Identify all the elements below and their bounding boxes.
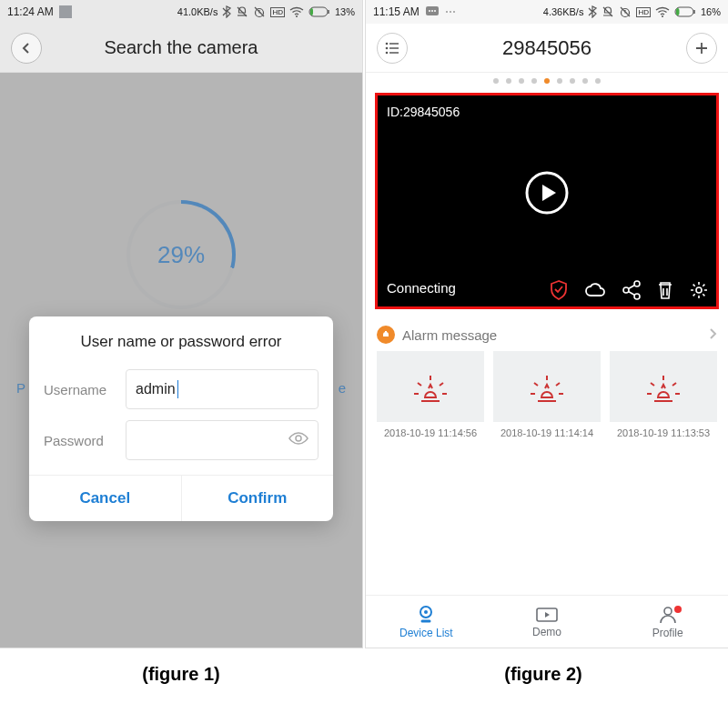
- app-indicator-icon: [59, 5, 72, 18]
- bluetooth-icon: [588, 5, 597, 18]
- chevron-left-icon: [21, 42, 32, 55]
- thumb-time: 2018-10-19 11:13:53: [610, 422, 717, 438]
- page-dots[interactable]: [366, 73, 728, 89]
- svg-point-15: [386, 51, 389, 54]
- svg-point-10: [662, 15, 663, 17]
- alarm-thumb[interactable]: 2018-10-19 11:14:14: [493, 351, 601, 438]
- siren-icon: [409, 367, 452, 407]
- battery-icon: [674, 6, 696, 17]
- play-button[interactable]: [524, 170, 570, 216]
- add-button[interactable]: [686, 33, 717, 64]
- figure1-body: 29% P e User name or password error User…: [0, 73, 362, 648]
- net-speed: 41.0KB/s: [177, 6, 218, 17]
- camera-icon: [416, 605, 436, 625]
- clock: 11:15 AM: [373, 5, 420, 18]
- cloud-icon[interactable]: [583, 281, 607, 299]
- alarm-header-label: Alarm message: [402, 327, 497, 343]
- chevron-right-icon: [708, 327, 717, 343]
- username-input[interactable]: admin: [126, 369, 318, 409]
- svg-point-14: [386, 46, 389, 49]
- battery-pct: 16%: [701, 6, 721, 17]
- menu-button[interactable]: [377, 33, 408, 64]
- progress-pct: 29%: [157, 241, 205, 269]
- hint-left: P: [16, 380, 25, 396]
- tab-label: Profile: [652, 627, 683, 639]
- svg-rect-12: [676, 8, 680, 15]
- page-title: Search the camera: [105, 37, 258, 58]
- hd-icon: HD: [636, 7, 651, 17]
- trash-icon[interactable]: [656, 280, 674, 300]
- username-value: admin: [136, 381, 176, 397]
- siren-icon: [642, 367, 685, 407]
- svg-point-19: [634, 294, 640, 299]
- siren-icon: [525, 367, 569, 407]
- figure1-caption: (figure 1): [0, 648, 362, 701]
- tabbar: Device List Demo Profile: [366, 595, 728, 648]
- password-input[interactable]: [126, 420, 318, 460]
- hd-icon: HD: [270, 7, 285, 17]
- tab-demo[interactable]: Demo: [487, 596, 608, 648]
- svg-point-4: [296, 436, 301, 441]
- bluetooth-icon: [222, 5, 231, 18]
- alarm-bell-icon: [377, 326, 395, 344]
- figure1-phone: 11:24 AM 41.0KB/s HD 13% Search the came…: [0, 0, 362, 648]
- alarm-thumb[interactable]: 2018-10-19 11:14:56: [377, 351, 484, 438]
- wifi-icon: [655, 6, 670, 17]
- alarm-off-icon: [619, 5, 632, 18]
- svg-point-13: [386, 42, 389, 45]
- net-speed: 4.36KB/s: [543, 6, 584, 17]
- safe-icon[interactable]: [549, 279, 569, 301]
- wifi-icon: [289, 6, 304, 17]
- username-label: Username: [44, 382, 116, 397]
- svg-point-6: [429, 10, 430, 12]
- titlebar: Search the camera: [0, 24, 362, 73]
- alarm-thumbs: 2018-10-19 11:14:56 2018-10-19 11:14:14 …: [366, 351, 728, 438]
- alarm-header[interactable]: Alarm message: [366, 318, 728, 351]
- device-id-title: 29845056: [502, 36, 592, 60]
- thumb-time: 2018-10-19 11:14:56: [377, 422, 484, 438]
- svg-point-8: [434, 10, 436, 12]
- statusbar: 11:24 AM 41.0KB/s HD 13%: [0, 0, 362, 24]
- svg-point-7: [431, 10, 433, 12]
- eye-icon[interactable]: [288, 431, 308, 449]
- thumb-time: 2018-10-19 11:14:14: [493, 422, 601, 438]
- demo-icon: [535, 606, 559, 624]
- battery-icon: [308, 6, 330, 17]
- auth-error-dialog: User name or password error Username adm…: [29, 316, 333, 521]
- statusbar: 11:15 AM ⋯ 4.36KB/s HD 16%: [366, 0, 728, 24]
- figure2-caption: (figure 2): [362, 648, 724, 701]
- gear-icon[interactable]: [689, 280, 709, 300]
- tab-profile[interactable]: Profile: [607, 596, 728, 648]
- svg-point-17: [634, 281, 640, 286]
- battery-pct: 13%: [335, 6, 355, 17]
- svg-point-18: [623, 287, 629, 293]
- tab-label: Demo: [532, 626, 561, 638]
- svg-point-23: [424, 610, 428, 614]
- svg-rect-21: [385, 331, 387, 333]
- ellipsis-icon: ⋯: [445, 5, 456, 18]
- video-tile[interactable]: ID:29845056 Connecting: [375, 93, 719, 309]
- progress-ring: 29%: [126, 200, 236, 309]
- titlebar: 29845056: [366, 24, 728, 73]
- tab-device-list[interactable]: Device List: [366, 596, 487, 648]
- chat-notif-icon: [425, 5, 440, 18]
- svg-rect-3: [310, 8, 313, 15]
- list-icon: [385, 42, 399, 55]
- back-button[interactable]: [11, 33, 42, 64]
- cancel-button[interactable]: Cancel: [29, 476, 181, 521]
- share-icon[interactable]: [622, 280, 642, 300]
- video-id-label: ID:29845056: [387, 105, 460, 119]
- svg-point-25: [664, 608, 672, 615]
- plus-icon: [694, 41, 709, 55]
- mute-icon: [236, 5, 248, 18]
- alarm-off-icon: [253, 5, 266, 18]
- tab-label: Device List: [399, 627, 453, 639]
- video-status: Connecting: [387, 280, 456, 296]
- clock: 11:24 AM: [7, 5, 54, 18]
- svg-point-20: [696, 287, 702, 293]
- confirm-button[interactable]: Confirm: [181, 476, 334, 521]
- dialog-title: User name or password error: [29, 316, 333, 364]
- notification-dot-icon: [674, 606, 682, 613]
- alarm-thumb[interactable]: 2018-10-19 11:13:53: [610, 351, 717, 438]
- hint-right: e: [339, 380, 346, 396]
